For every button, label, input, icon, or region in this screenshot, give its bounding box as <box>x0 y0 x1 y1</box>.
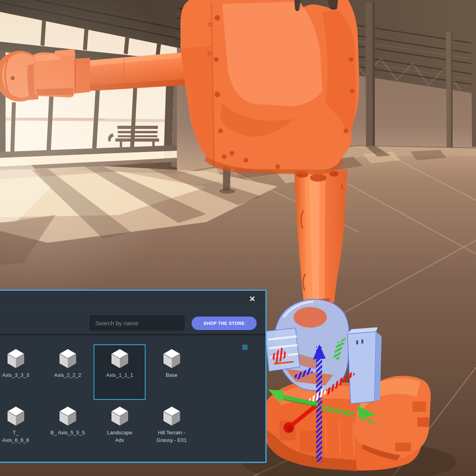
asset-cube-icon <box>163 406 181 426</box>
robot-body <box>180 0 359 175</box>
toolbar-divider <box>0 334 265 335</box>
asset-item-label: Landscape Adv <box>107 429 132 444</box>
asset-item-label: Axis_3_3_3 <box>2 372 29 379</box>
shop-the-store-button[interactable]: SHOP THE STORE <box>192 317 257 330</box>
asset-item[interactable]: Axis_2_2_2 <box>42 344 94 400</box>
asset-cube-icon <box>7 349 25 369</box>
asset-cube-icon <box>111 406 129 426</box>
asset-cube-icon <box>111 349 129 369</box>
asset-item[interactable]: Hill Terrain - Grassy - E01 <box>146 402 198 457</box>
asset-cube-icon <box>163 349 181 369</box>
asset-item[interactable]: Axis_1_1_1 <box>94 344 146 400</box>
asset-item-label: Axis_1_1_1 <box>106 372 133 379</box>
asset-cube-icon <box>59 349 77 369</box>
asset-browser-panel: ✕ SHOP THE STORE Axis_3_3_3 Axis_2_2_2 A… <box>0 290 267 463</box>
asset-item[interactable]: T_ Axis_6_6_6 <box>0 402 42 457</box>
close-icon[interactable]: ✕ <box>248 295 257 303</box>
asset-item-label: Base <box>166 372 178 379</box>
asset-grid-row-1: Axis_3_3_3 Axis_2_2_2 Axis_1_1_1 Base <box>0 344 198 400</box>
asset-item[interactable]: B_ Axis_5_5_5 <box>42 402 94 457</box>
search-input[interactable] <box>90 315 184 330</box>
asset-cube-icon <box>59 406 77 426</box>
asset-item[interactable]: Landscape Adv <box>94 402 146 457</box>
panel-header-divider <box>0 308 265 308</box>
asset-item[interactable]: Axis_3_3_3 <box>0 344 42 400</box>
asset-item-label: B_ Axis_5_5_5 <box>50 429 85 437</box>
asset-item-label: Axis_2_2_2 <box>54 372 81 379</box>
asset-cube-icon <box>7 406 25 426</box>
asset-item[interactable]: Base <box>146 344 198 400</box>
asset-grid-row-2: T_ Axis_6_6_6 B_ Axis_5_5_5 Landscape Ad… <box>0 402 198 457</box>
scrollbar-thumb[interactable] <box>242 345 248 350</box>
asset-item-label: Hill Terrain - Grassy - E01 <box>157 429 187 444</box>
asset-item-label: T_ Axis_6_6_6 <box>2 429 29 444</box>
